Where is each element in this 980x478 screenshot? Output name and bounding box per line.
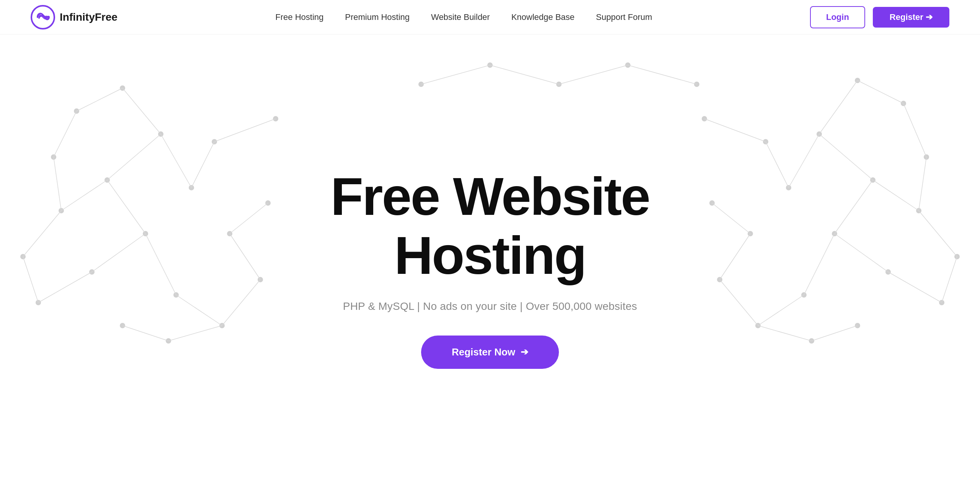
svg-point-19 <box>265 200 271 206</box>
svg-line-67 <box>819 134 873 180</box>
infinity-logo-icon <box>31 5 55 29</box>
svg-line-35 <box>145 234 176 295</box>
svg-line-78 <box>766 142 789 188</box>
svg-point-55 <box>924 154 929 160</box>
svg-point-1 <box>74 108 79 114</box>
svg-point-49 <box>939 300 944 305</box>
nav-item-premium-hosting[interactable]: Premium Hosting <box>345 12 410 22</box>
svg-point-8 <box>36 300 41 305</box>
svg-point-60 <box>709 200 715 206</box>
svg-point-50 <box>855 323 860 328</box>
svg-point-43 <box>855 78 860 83</box>
svg-point-46 <box>916 208 921 213</box>
nav-item-free-hosting[interactable]: Free Hosting <box>275 12 323 22</box>
svg-point-7 <box>89 269 95 275</box>
svg-line-77 <box>789 134 819 188</box>
hero-section: Free Website Hosting PHP & MySQL | No ad… <box>0 34 980 478</box>
svg-line-39 <box>230 203 268 234</box>
svg-line-89 <box>490 65 559 84</box>
svg-point-3 <box>158 131 163 137</box>
svg-line-90 <box>559 65 628 84</box>
svg-line-88 <box>421 65 490 84</box>
svg-point-58 <box>755 323 761 328</box>
svg-point-18 <box>258 277 263 282</box>
svg-line-76 <box>804 234 835 295</box>
svg-point-9 <box>120 323 125 328</box>
nav-link-free-hosting[interactable]: Free Hosting <box>275 12 323 22</box>
brand-logo-link[interactable]: InfinityFree <box>31 5 118 29</box>
svg-point-42 <box>901 101 906 106</box>
svg-point-86 <box>625 62 630 68</box>
nav-item-knowledge-base[interactable]: Knowledge Base <box>511 12 575 22</box>
svg-point-17 <box>219 323 225 328</box>
nav-link-support-forum[interactable]: Support Forum <box>596 12 652 22</box>
svg-point-48 <box>885 269 891 275</box>
svg-line-33 <box>168 326 222 341</box>
svg-line-74 <box>758 326 812 341</box>
svg-point-12 <box>212 139 217 144</box>
svg-line-40 <box>230 234 260 280</box>
svg-point-45 <box>870 177 875 183</box>
svg-point-59 <box>717 277 722 282</box>
svg-line-25 <box>61 180 107 211</box>
svg-line-38 <box>214 119 276 142</box>
svg-line-82 <box>720 280 758 326</box>
svg-point-13 <box>227 231 232 236</box>
svg-line-63 <box>819 80 858 134</box>
svg-point-11 <box>189 185 194 190</box>
nav-item-support-forum[interactable]: Support Forum <box>596 12 652 22</box>
svg-point-16 <box>166 338 171 344</box>
svg-line-72 <box>919 211 957 257</box>
nav-link-knowledge-base[interactable]: Knowledge Base <box>511 12 575 22</box>
svg-point-84 <box>487 62 493 68</box>
svg-line-70 <box>888 272 942 303</box>
hero-content: Free Website Hosting PHP & MySQL | No ad… <box>331 144 650 369</box>
svg-line-69 <box>835 234 888 272</box>
svg-point-44 <box>817 131 822 137</box>
svg-line-27 <box>107 180 145 234</box>
hero-title-line2: Hosting <box>394 225 586 285</box>
svg-point-52 <box>786 185 791 190</box>
svg-point-20 <box>273 116 278 121</box>
svg-line-65 <box>919 157 926 211</box>
navbar: InfinityFree Free Hosting Premium Hostin… <box>0 0 980 34</box>
nav-menu: Free Hosting Premium Hosting Website Bui… <box>275 12 652 22</box>
svg-line-75 <box>758 295 804 326</box>
svg-line-28 <box>92 234 145 272</box>
register-now-button[interactable]: Register Now ➔ <box>421 336 559 369</box>
navbar-actions: Login Register ➔ <box>810 6 949 28</box>
svg-point-53 <box>763 139 768 144</box>
hero-title: Free Website Hosting <box>331 167 650 285</box>
svg-point-56 <box>954 254 960 259</box>
svg-point-4 <box>105 177 110 183</box>
svg-line-68 <box>835 180 873 234</box>
svg-line-24 <box>54 157 61 211</box>
svg-point-15 <box>20 254 26 259</box>
svg-line-22 <box>122 88 161 134</box>
register-button-label: Register ➔ <box>890 12 933 22</box>
svg-point-83 <box>418 82 424 87</box>
svg-line-37 <box>191 142 214 188</box>
login-button[interactable]: Login <box>810 6 865 28</box>
svg-line-30 <box>23 257 38 303</box>
svg-point-14 <box>51 154 56 160</box>
svg-line-26 <box>107 134 161 180</box>
svg-line-80 <box>712 203 750 234</box>
nav-link-premium-hosting[interactable]: Premium Hosting <box>345 12 410 22</box>
register-now-arrow-icon: ➔ <box>521 347 528 357</box>
svg-line-32 <box>122 326 168 341</box>
svg-point-54 <box>748 231 753 236</box>
svg-line-64 <box>903 103 926 157</box>
svg-point-47 <box>832 231 837 236</box>
svg-line-91 <box>628 65 697 84</box>
nav-link-website-builder[interactable]: Website Builder <box>431 12 490 22</box>
svg-line-29 <box>38 272 92 303</box>
nav-item-website-builder[interactable]: Website Builder <box>431 12 490 22</box>
svg-line-66 <box>873 180 919 211</box>
hero-subtitle: PHP & MySQL | No ads on your site | Over… <box>343 300 637 313</box>
register-button[interactable]: Register ➔ <box>873 7 949 28</box>
svg-point-85 <box>556 82 562 87</box>
svg-point-10 <box>173 292 179 298</box>
svg-point-51 <box>801 292 807 298</box>
svg-line-36 <box>161 134 191 188</box>
